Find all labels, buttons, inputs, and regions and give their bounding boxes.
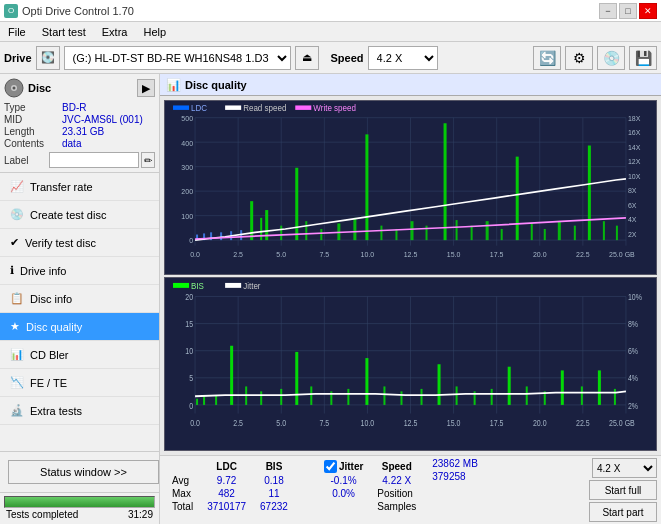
eject-button[interactable]: ⏏ [295,46,319,70]
svg-text:20.0: 20.0 [533,249,547,258]
svg-text:2.5: 2.5 [233,418,243,428]
svg-rect-76 [486,221,489,240]
svg-point-2 [13,87,16,90]
right-stats: 23862 MB 379258 [432,458,478,482]
avg-ldc: 9.72 [201,475,252,486]
svg-rect-73 [444,123,447,240]
svg-text:10.0: 10.0 [361,418,375,428]
svg-text:100: 100 [181,212,193,221]
sidebar-item-disc-quality[interactable]: ★ Disc quality [0,313,159,341]
content-area: 📊 Disc quality LDC Read speed Write spee… [160,74,661,524]
svg-rect-150 [561,370,564,405]
svg-text:10: 10 [185,346,193,356]
speed-header: Speed [371,460,422,473]
svg-rect-146 [491,388,493,404]
drive-select[interactable]: (G:) HL-DT-ST BD-RE WH16NS48 1.D3 [64,46,291,70]
jitter-checkbox-cell[interactable]: Jitter [318,460,369,473]
sidebar-item-disc-info[interactable]: 📋 Disc info [0,285,159,313]
total-label: Total [166,501,199,512]
svg-rect-8 [295,105,311,109]
menu-extra[interactable]: Extra [98,24,132,40]
sidebar-item-create-test-disc[interactable]: 💿 Create test disc [0,201,159,229]
svg-rect-75 [471,226,473,240]
jitter-checkbox[interactable] [324,460,337,473]
sidebar-item-transfer-rate[interactable]: 📈 Transfer rate [0,173,159,201]
contents-label: Contents [4,138,62,149]
save-button[interactable]: 💾 [629,46,657,70]
svg-text:5.0: 5.0 [276,418,286,428]
charts-container: LDC Read speed Write speed [160,96,661,455]
svg-rect-74 [456,220,458,240]
settings-button[interactable]: ⚙ [565,46,593,70]
label-input[interactable] [49,152,139,168]
svg-rect-62 [280,226,282,240]
sidebar-item-fe-te[interactable]: 📉 FE / TE [0,369,159,397]
start-full-button[interactable]: Start full [589,480,657,500]
svg-text:8X: 8X [628,186,637,195]
start-part-button[interactable]: Start part [589,502,657,522]
svg-text:17.5: 17.5 [490,418,504,428]
svg-text:4%: 4% [628,373,638,383]
disc-icon [4,78,24,98]
menu-file[interactable]: File [4,24,30,40]
svg-text:Write speed: Write speed [313,103,356,114]
svg-rect-87 [173,282,189,287]
svg-text:0.0: 0.0 [190,418,200,428]
close-button[interactable]: ✕ [639,3,657,19]
svg-rect-135 [295,351,298,404]
svg-rect-80 [544,229,546,240]
sidebar-item-verify-test-disc[interactable]: ✔ Verify test disc [0,229,159,257]
cd-bler-label: CD Bler [30,349,69,361]
mid-label: MID [4,114,62,125]
svg-rect-129 [203,396,205,405]
svg-rect-128 [196,398,198,404]
disc-quality-label: Disc quality [26,321,82,333]
speed-select[interactable]: 4.2 X [368,46,438,70]
status-window-button[interactable]: Status window >> [8,460,159,484]
drive-info-icon: ℹ [10,264,14,277]
avg-bis: 0.18 [254,475,294,486]
disc-contents-row: Contents data [4,138,155,149]
svg-rect-79 [531,223,533,240]
svg-rect-143 [438,364,441,405]
transfer-rate-icon: 📈 [10,180,24,193]
speed-label: Speed [331,52,364,64]
extra-tests-label: Extra tests [30,405,82,417]
svg-text:10X: 10X [628,172,641,181]
menu-help[interactable]: Help [139,24,170,40]
menu-start-test[interactable]: Start test [38,24,90,40]
minimize-button[interactable]: − [599,3,617,19]
disc-button[interactable]: 💿 [597,46,625,70]
status-section: Status window >> [0,451,159,492]
sidebar-item-cd-bler[interactable]: 📊 CD Bler [0,341,159,369]
samples-val: 379258 [432,471,465,482]
label-edit-btn[interactable]: ✏ [141,152,155,168]
speed-dropdown[interactable]: 4.2 X [592,458,657,478]
disc-icon-btn[interactable]: ▶ [137,79,155,97]
samples-row: 379258 [432,471,478,482]
maximize-button[interactable]: □ [619,3,637,19]
drive-icon-btn[interactable]: 💽 [36,46,60,70]
svg-text:20: 20 [185,292,193,302]
main-area: Disc ▶ Type BD-R MID JVC-AMS6L (001) Len… [0,74,661,524]
sidebar-item-extra-tests[interactable]: 🔬 Extra tests [0,397,159,425]
menubar: File Start test Extra Help [0,22,661,42]
top-chart-wrapper: LDC Read speed Write speed [164,100,657,275]
quality-icon: 📊 [166,78,181,92]
svg-rect-84 [603,221,605,240]
svg-rect-6 [225,105,241,109]
disc-length-row: Length 23.31 GB [4,126,155,137]
svg-text:25.0 GB: 25.0 GB [609,249,635,258]
transfer-rate-label: Transfer rate [30,181,93,193]
length-label: Length [4,126,62,137]
sidebar-item-drive-info[interactable]: ℹ Drive info [0,257,159,285]
svg-rect-141 [400,391,402,405]
svg-rect-148 [526,386,528,404]
refresh-button[interactable]: 🔄 [533,46,561,70]
disc-info-icon: 📋 [10,292,24,305]
svg-text:7.5: 7.5 [319,249,329,258]
window-controls[interactable]: − □ ✕ [599,3,657,19]
verify-test-disc-icon: ✔ [10,236,19,249]
create-test-disc-icon: 💿 [10,208,24,221]
svg-text:17.5: 17.5 [490,249,504,258]
